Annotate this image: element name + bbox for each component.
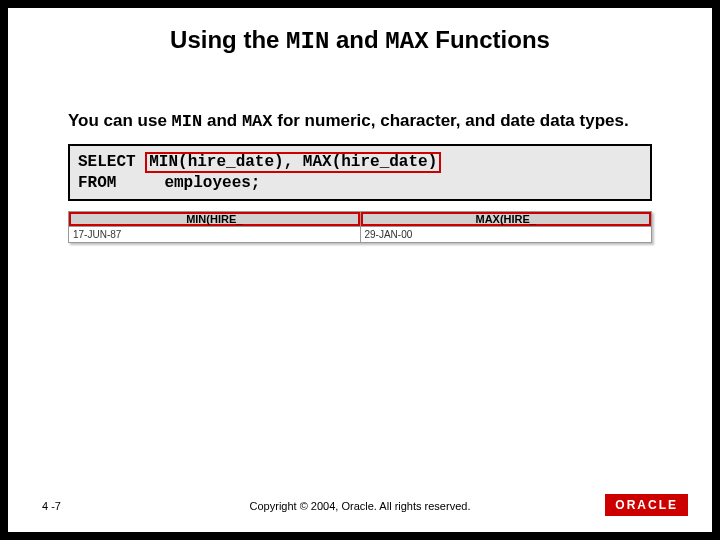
- title-min: MIN: [286, 28, 329, 55]
- table-header-row: MIN(HIRE_ MAX(HIRE_: [69, 211, 652, 226]
- result-table: MIN(HIRE_ MAX(HIRE_ 17-JUN-87 29-JAN-00: [68, 211, 652, 243]
- slide-footer: 4 -7 Copyright © 2004, Oracle. All right…: [8, 492, 712, 532]
- title-max: MAX: [385, 28, 428, 55]
- body-max: MAX: [242, 112, 273, 131]
- body-text-3: for numeric, character, and date data ty…: [273, 111, 629, 130]
- cell-min-value: 17-JUN-87: [69, 226, 361, 242]
- col-header-max: MAX(HIRE_: [360, 211, 652, 226]
- sql-code-block: SELECT MIN(hire_date), MAX(hire_date) FR…: [68, 144, 652, 201]
- slide: Using the MIN and MAX Functions You can …: [8, 8, 712, 532]
- body-min: MIN: [172, 112, 203, 131]
- slide-title: Using the MIN and MAX Functions: [8, 26, 712, 55]
- col-header-min: MIN(HIRE_: [69, 211, 361, 226]
- title-text-3: Functions: [429, 26, 550, 53]
- body-text-1: You can use: [68, 111, 172, 130]
- code-line-2: FROM employees;: [78, 174, 260, 192]
- table-row: 17-JUN-87 29-JAN-00: [69, 226, 652, 242]
- title-text-1: Using the: [170, 26, 286, 53]
- body-paragraph: You can use MIN and MAX for numeric, cha…: [68, 110, 652, 134]
- code-select-kw: SELECT: [78, 153, 145, 171]
- oracle-logo: ORACLE: [605, 494, 688, 516]
- cell-max-value: 29-JAN-00: [360, 226, 652, 242]
- body-text-2: and: [202, 111, 242, 130]
- code-highlight-expr: MIN(hire_date), MAX(hire_date): [145, 152, 441, 173]
- title-text-2: and: [329, 26, 385, 53]
